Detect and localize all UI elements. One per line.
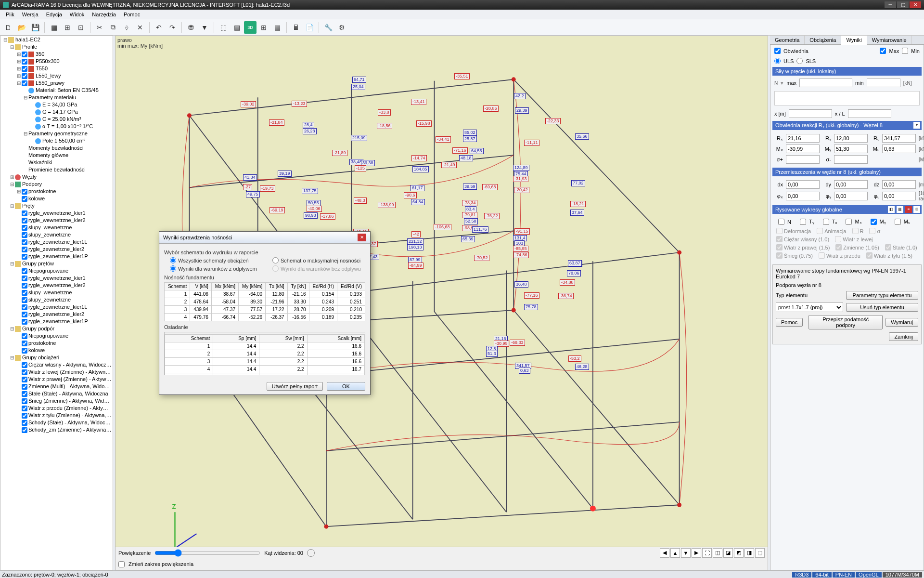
tab-obciążenia[interactable]: Obciążenia: [805, 36, 841, 44]
tree-item[interactable]: Wskaźniki: [0, 159, 113, 166]
ry-input[interactable]: [834, 134, 868, 143]
diag-btn2-icon[interactable]: ▦: [897, 206, 903, 213]
delete-type-button[interactable]: Usuń typ elementu: [846, 303, 918, 312]
settings-icon[interactable]: ⚙: [335, 21, 348, 34]
table-icon[interactable]: ▦: [271, 21, 283, 34]
view-yz-icon[interactable]: ◩: [734, 548, 744, 558]
maximize-button[interactable]: ▢: [897, 1, 909, 8]
calculate-button[interactable]: Wymiaruj: [886, 318, 918, 327]
tree-item[interactable]: α T = 1,00 x10⁻⁵ 1/°C: [0, 123, 113, 130]
tree-item[interactable]: ⊞350: [0, 51, 113, 58]
tree-item[interactable]: rygle_zewnetrzne_kier1L: [0, 303, 113, 311]
tree-item[interactable]: Wiatr z prawej (Zmienne) - Aktywna, Wido…: [0, 376, 113, 383]
envelope-checkbox[interactable]: [774, 48, 781, 54]
tree-item[interactable]: Schody (Stałe) - Aktywna, Widoczna: [0, 419, 113, 426]
menu-narzędzia[interactable]: Narzędzia: [88, 11, 120, 18]
table-row[interactable]: 2478.64-58.0489.30-21.9633.300.2430.251: [165, 298, 365, 306]
sigm-input[interactable]: [834, 155, 868, 164]
tree-item[interactable]: prostokotne: [0, 340, 113, 347]
table-row[interactable]: 214.42.216.6: [165, 350, 365, 358]
tree-item[interactable]: Schody_zm (Zmienne) - Aktywna, Widoczna: [0, 426, 113, 434]
tree-item[interactable]: ⊟L550_prawy: [0, 79, 113, 87]
table-row[interactable]: 314.42.216.6: [165, 358, 365, 366]
tree-item[interactable]: rygle_zewnetrzne_kier2: [0, 311, 113, 318]
zoom-range-checkbox[interactable]: [118, 561, 125, 567]
element-type-select[interactable]: prost 1.7x1.7 (proj): [776, 302, 843, 312]
diag-check-Tᵤ[interactable]: [823, 219, 829, 225]
tree-item[interactable]: Promienie bezwładności: [0, 166, 113, 173]
tree-item[interactable]: ⊞Węzły: [0, 173, 113, 181]
tree-item[interactable]: Materiał: Beton EN C35/45: [0, 87, 113, 94]
menu-edycja[interactable]: Edycja: [42, 11, 66, 18]
tree-item[interactable]: Momenty główne: [0, 152, 113, 159]
cut-icon[interactable]: ✂: [93, 21, 106, 34]
save-icon[interactable]: 💾: [29, 21, 41, 34]
axes-icon[interactable]: ⊞: [61, 21, 74, 34]
menu-plik[interactable]: Plik: [2, 11, 18, 18]
nav-down-icon[interactable]: ▼: [681, 548, 691, 558]
fz-input[interactable]: [882, 192, 916, 200]
open-icon[interactable]: 📂: [15, 21, 28, 34]
tree-item[interactable]: ⊟Pręty: [0, 202, 113, 210]
min-force-input[interactable]: [867, 79, 900, 87]
minimize-button[interactable]: ─: [885, 1, 896, 8]
table-row[interactable]: 4479.76-66.74-52.26-26.37-16.560.1890.23…: [165, 314, 365, 321]
tree-item[interactable]: ⊟Profile: [0, 43, 113, 51]
rz-input[interactable]: [882, 134, 916, 143]
calc-icon[interactable]: 🖩: [290, 21, 302, 34]
diag-btn4-icon[interactable]: ⊞: [913, 206, 920, 213]
params-button[interactable]: Parametry typu elementu: [846, 291, 918, 300]
tree-item[interactable]: Niepogrupowane: [0, 332, 113, 340]
diag-check-Mᵤ[interactable]: [895, 219, 901, 225]
tree-item[interactable]: Wiatr z tyłu (Zmienne) - Aktywna, Widocz…: [0, 412, 113, 419]
paste-icon[interactable]: ⎀: [120, 21, 133, 34]
menu-pomoc[interactable]: Pomoc: [120, 11, 144, 18]
tree-item[interactable]: ⊟Parametry materiału: [0, 94, 113, 101]
undo-icon[interactable]: ↶: [153, 21, 165, 34]
tree-item[interactable]: rygle_zewnetrzne_kier1L: [0, 238, 113, 246]
tree-item[interactable]: ⊟Parametry geometryczne: [0, 130, 113, 137]
max-force-input[interactable]: [799, 79, 852, 87]
loads-icon[interactable]: ⬚: [217, 21, 230, 34]
tab-wymiarowanie[interactable]: Wymiarowanie: [867, 36, 912, 44]
grid-icon[interactable]: ▦: [48, 21, 60, 34]
full-report-button[interactable]: Utwórz pełny raport: [267, 382, 323, 391]
diag-btn1-icon[interactable]: ◧: [888, 206, 895, 213]
copy-stiffness-button[interactable]: Przepisz podatność podpory: [808, 315, 883, 329]
menu-wersja[interactable]: Wersja: [18, 11, 42, 18]
report-icon[interactable]: 📄: [303, 21, 316, 34]
tree-item[interactable]: Wiatr z lewej (Zmienne) - Aktywna, Widoc…: [0, 368, 113, 376]
uls-radio[interactable]: [774, 58, 781, 64]
reactions-dropdown-icon[interactable]: ▾: [913, 122, 920, 129]
redo-icon[interactable]: ↷: [166, 21, 179, 34]
tree-item[interactable]: rygle_zewnetrzne_kier2: [0, 246, 113, 253]
table-row[interactable]: 519.42.221.6: [165, 373, 365, 376]
tree-item[interactable]: C = 25,00 kN/m³: [0, 116, 113, 123]
fy-input[interactable]: [834, 192, 868, 200]
groups-icon[interactable]: ▤: [231, 21, 243, 34]
tree-item[interactable]: kolowe: [0, 347, 113, 354]
tree-item[interactable]: slupy_zewnetrzne: [0, 231, 113, 238]
tree-item[interactable]: Ciężar własny - Aktywna, Widoczna: [0, 361, 113, 368]
rx-input[interactable]: [786, 134, 820, 143]
view-iso-icon[interactable]: ◨: [744, 548, 754, 558]
copy-icon[interactable]: ⧉: [107, 21, 119, 34]
tree-item[interactable]: slupy_wewnetrzne: [0, 224, 113, 231]
tree-item[interactable]: slupy_zewnetrzne: [0, 296, 113, 303]
tree-item[interactable]: Śnieg (Zmienne) - Aktywna, Widoczna: [0, 397, 113, 405]
close-button[interactable]: ✕: [910, 1, 921, 8]
xm-input[interactable]: [789, 109, 832, 118]
tree-item[interactable]: rygle_zewnetrzne_kier1P: [0, 253, 113, 260]
sigp-input[interactable]: [786, 155, 820, 164]
my-input[interactable]: [834, 144, 868, 153]
tree-item[interactable]: rygle_wewnetrzne_kier1: [0, 210, 113, 217]
table-row[interactable]: 3439.9447.3777.5717.2228.700.2090.210: [165, 306, 365, 314]
table-row[interactable]: 114.42.216.6: [165, 342, 365, 350]
nav-left-icon[interactable]: ◀: [660, 548, 669, 558]
menu-widok[interactable]: Widok: [66, 11, 89, 18]
3d-icon[interactable]: 3D: [244, 21, 257, 34]
zoom-slider[interactable]: [154, 549, 260, 557]
ok-button[interactable]: OK: [327, 382, 365, 391]
results-icon[interactable]: ⊞: [257, 21, 270, 34]
project-tree[interactable]: ⊟hala1-EC2⊟Profile⊞350⊞P550x300⊞T550⊞L55…: [0, 36, 113, 570]
